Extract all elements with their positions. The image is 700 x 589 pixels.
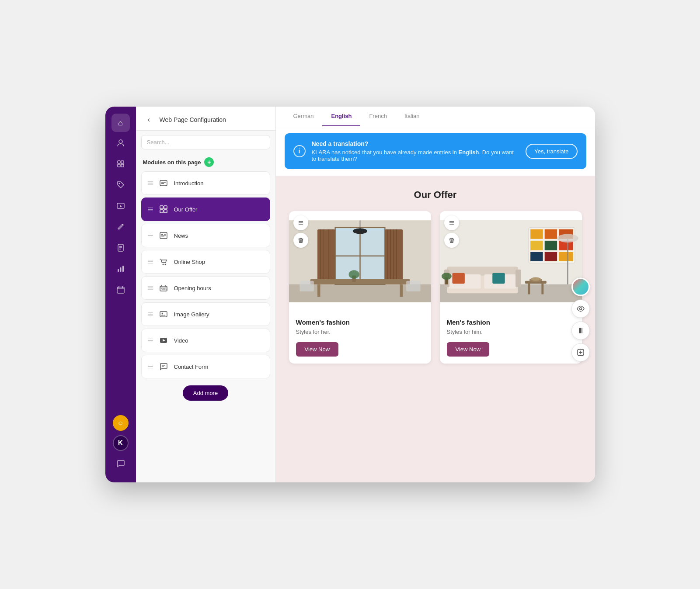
translation-banner: i Need a translation? KLARA has noticed … — [285, 133, 586, 169]
sidebar-item-media[interactable] — [111, 197, 130, 216]
svg-rect-94 — [492, 273, 505, 284]
introduction-icon — [157, 177, 170, 189]
drag-handle — [148, 181, 153, 185]
svg-rect-11 — [118, 269, 119, 272]
svg-rect-21 — [160, 206, 163, 209]
back-button[interactable]: ‹ — [143, 114, 155, 126]
color-picker-button[interactable] — [571, 278, 590, 296]
panel-title: Web Page Configuration — [160, 116, 226, 123]
sidebar-item-users[interactable] — [111, 135, 130, 153]
tab-italian[interactable]: Italian — [396, 107, 428, 126]
svg-rect-82 — [530, 252, 543, 261]
svg-point-109 — [579, 308, 582, 310]
sidebar-item-home[interactable]: ⌂ — [111, 114, 130, 132]
page-preview: Our Offer — [276, 176, 595, 482]
delete-button-mens[interactable] — [444, 233, 459, 248]
card-mens-fashion: Men's fashion Styles for him. View Now — [440, 211, 582, 364]
sidebar-item-edit[interactable] — [111, 218, 130, 237]
add-element-button[interactable] — [571, 343, 590, 362]
reorder-button-womens[interactable] — [293, 215, 308, 230]
add-more-button[interactable]: Add more — [183, 385, 228, 401]
reorder-button-mens[interactable] — [444, 215, 459, 230]
delete-button-womens[interactable] — [293, 233, 308, 248]
home-icon: ⌂ — [118, 118, 123, 128]
module-item-introduction[interactable]: Introduction — [141, 171, 270, 195]
drag-handle — [148, 208, 153, 211]
add-module-button[interactable]: + — [204, 157, 214, 167]
preview-toggle-button[interactable] — [571, 300, 590, 318]
module-item-our-offer[interactable]: Our Offer — [141, 197, 270, 221]
tags-icon — [116, 180, 125, 191]
card-btn-mens[interactable]: View Now — [447, 342, 490, 357]
tab-german[interactable]: German — [285, 107, 323, 126]
main-content: German English French Italian i Need a t… — [276, 107, 595, 482]
our-offer-icon — [157, 203, 170, 215]
card-controls-mens — [444, 215, 459, 248]
module-item-image-gallery[interactable]: Image Gallery — [141, 302, 270, 326]
module-item-video[interactable]: Video — [141, 329, 270, 352]
card-btn-womens[interactable]: View Now — [296, 342, 339, 357]
yes-translate-button[interactable]: Yes, translate — [526, 144, 577, 159]
sidebar-item-calendar[interactable] — [111, 281, 130, 300]
middle-panel: ‹ Web Page Configuration Search... Modul… — [136, 107, 276, 482]
columns-button[interactable] — [571, 322, 590, 340]
card-subtitle-womens: Styles for her. — [296, 329, 424, 335]
stats-icon — [116, 264, 125, 275]
svg-point-105 — [442, 273, 452, 280]
svg-point-30 — [162, 264, 164, 265]
tab-english[interactable]: English — [322, 107, 360, 126]
svg-point-38 — [161, 313, 163, 314]
sidebar-item-chat[interactable] — [111, 455, 130, 474]
app-window: ⌂ — [105, 107, 595, 482]
sidebar-item-stats[interactable] — [111, 260, 130, 279]
drag-handle — [148, 339, 153, 343]
language-tabs: German English French Italian — [276, 107, 595, 126]
svg-rect-83 — [544, 252, 557, 261]
module-item-online-shop[interactable]: Online Shop — [141, 250, 270, 274]
card-title-womens: Women's fashion — [296, 319, 424, 326]
tab-french[interactable]: French — [360, 107, 395, 126]
svg-rect-84 — [559, 252, 573, 261]
module-name-image-gallery: Image Gallery — [174, 311, 209, 318]
svg-text:OPEN: OPEN — [161, 288, 167, 291]
svg-point-5 — [118, 183, 120, 184]
module-item-contact-form[interactable]: Contact Form — [141, 355, 270, 378]
module-name-news: News — [174, 232, 188, 239]
svg-point-101 — [531, 277, 541, 281]
module-name-introduction: Introduction — [174, 180, 204, 187]
news-icon — [157, 229, 170, 242]
svg-rect-18 — [160, 180, 167, 186]
card-body-mens: Men's fashion Styles for him. View Now — [440, 312, 582, 364]
svg-rect-24 — [164, 210, 167, 213]
svg-rect-14 — [117, 287, 124, 293]
card-image-womens — [289, 211, 431, 312]
user-avatar[interactable]: ☺ — [113, 415, 129, 431]
svg-point-0 — [119, 140, 122, 143]
drag-handle — [148, 234, 153, 238]
image-gallery-icon — [157, 308, 170, 320]
card-womens-fashion: Women's fashion Styles for her. View Now — [289, 211, 431, 364]
module-name-video: Video — [174, 337, 188, 344]
sidebar-item-tags[interactable] — [111, 177, 130, 195]
svg-point-31 — [164, 264, 166, 265]
sidebar-item-docs[interactable] — [111, 239, 130, 258]
card-body-womens: Women's fashion Styles for her. View Now — [289, 312, 431, 364]
svg-rect-98 — [528, 284, 530, 294]
svg-rect-68 — [289, 221, 431, 302]
modules-list: Introduction Our Offer — [136, 171, 275, 378]
k-button[interactable]: K — [113, 435, 129, 451]
right-toolbar — [571, 278, 590, 362]
video-icon — [157, 334, 170, 346]
docs-icon — [116, 243, 125, 254]
sidebar-item-pages[interactable] — [111, 156, 130, 174]
search-bar[interactable]: Search... — [141, 135, 270, 149]
opening-hours-icon: OPEN — [157, 282, 170, 294]
svg-rect-96 — [515, 270, 521, 288]
module-item-news[interactable]: News — [141, 224, 270, 247]
svg-rect-4 — [121, 164, 124, 167]
users-icon — [116, 139, 125, 149]
svg-rect-12 — [120, 267, 121, 272]
card-subtitle-mens: Styles for him. — [447, 329, 575, 335]
card-image-mens — [440, 211, 582, 312]
module-item-opening-hours[interactable]: OPEN Opening hours — [141, 276, 270, 300]
